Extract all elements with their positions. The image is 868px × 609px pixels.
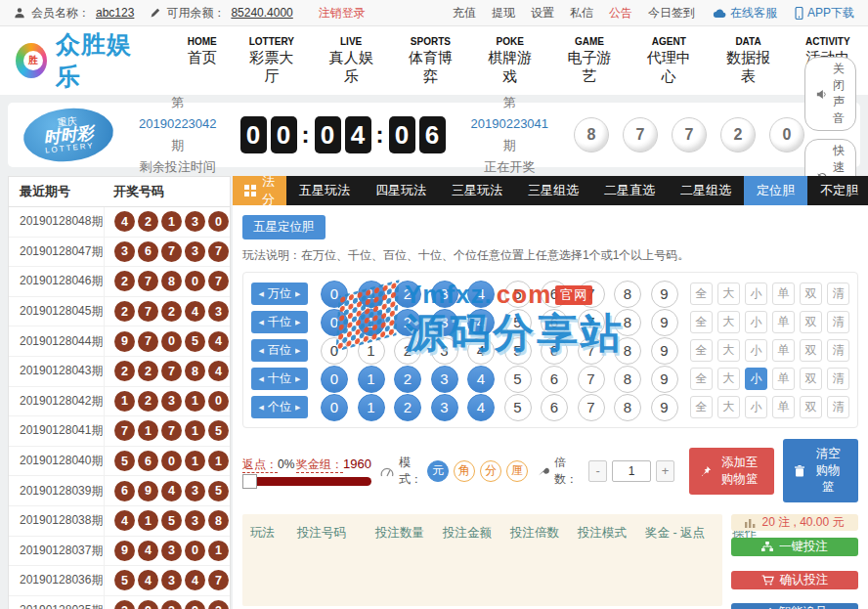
quick-万位-单[interactable]: 单	[772, 283, 795, 305]
tab-三星组选[interactable]: 三星组选	[515, 176, 591, 205]
position-button-万位[interactable]: ◀万位▶	[251, 283, 308, 305]
digit-百位-1[interactable]: 1	[358, 337, 385, 365]
quick-个位-双[interactable]: 双	[800, 396, 822, 418]
quick-百位-双[interactable]: 双	[800, 339, 822, 362]
quick-万位-大[interactable]: 大	[717, 283, 740, 305]
quick-千位-单[interactable]: 单	[772, 311, 795, 333]
clear-basket-button[interactable]: 清空购物篮	[783, 439, 858, 502]
topbar-link-提现[interactable]: 提现	[492, 5, 515, 22]
tab-不定胆[interactable]: 不定胆	[807, 176, 868, 205]
quick-十位-双[interactable]: 双	[800, 368, 822, 390]
position-button-百位[interactable]: ◀百位▶	[251, 339, 308, 362]
quick-十位-全[interactable]: 全	[690, 368, 713, 390]
position-button-千位[interactable]: ◀千位▶	[251, 311, 308, 333]
quick-十位-单[interactable]: 单	[772, 368, 795, 390]
digit-个位-4[interactable]: 4	[467, 394, 495, 421]
digit-百位-4[interactable]: 4	[467, 337, 495, 365]
nav-item-agent[interactable]: AGENT代理中心	[644, 36, 693, 86]
quick-万位-全[interactable]: 全	[690, 283, 713, 305]
digit-万位-7[interactable]: 7	[578, 281, 605, 308]
tab-三星玩法[interactable]: 三星玩法	[439, 176, 515, 205]
digit-千位-9[interactable]: 9	[651, 309, 678, 336]
digit-个位-3[interactable]: 3	[431, 394, 458, 421]
quick-千位-双[interactable]: 双	[800, 311, 822, 333]
site-logo[interactable]: 胜 众胜娱乐	[16, 28, 147, 93]
digit-个位-8[interactable]: 8	[614, 394, 641, 421]
quick-百位-清[interactable]: 清	[827, 339, 849, 362]
quick-十位-小[interactable]: 小	[745, 368, 767, 390]
digit-千位-8[interactable]: 8	[614, 309, 641, 336]
quick-万位-双[interactable]: 双	[800, 283, 822, 305]
tab-五星玩法[interactable]: 五星玩法	[286, 176, 363, 205]
digit-个位-0[interactable]: 0	[321, 394, 348, 421]
digit-万位-4[interactable]: 4	[467, 281, 495, 308]
subtab-five-star[interactable]: 五星定位胆	[242, 215, 326, 239]
logout-link[interactable]: 注销登录	[319, 5, 366, 22]
digit-百位-8[interactable]: 8	[614, 337, 641, 365]
digit-千位-3[interactable]: 3	[431, 309, 458, 336]
digit-万位-5[interactable]: 5	[504, 281, 532, 308]
digit-千位-2[interactable]: 2	[394, 309, 421, 336]
balance-value[interactable]: 85240.4000	[231, 6, 292, 20]
quick-百位-全[interactable]: 全	[690, 339, 713, 362]
quick-万位-清[interactable]: 清	[827, 283, 849, 305]
position-button-十位[interactable]: ◀十位▶	[251, 368, 308, 390]
digit-十位-0[interactable]: 0	[321, 366, 348, 393]
mode-厘[interactable]: 厘	[506, 460, 528, 482]
quick-万位-小[interactable]: 小	[745, 283, 767, 305]
digit-十位-1[interactable]: 1	[358, 366, 385, 393]
quick-百位-大[interactable]: 大	[717, 339, 740, 362]
digit-千位-7[interactable]: 7	[578, 309, 605, 336]
tab-四星玩法[interactable]: 四星玩法	[363, 176, 439, 205]
digit-万位-2[interactable]: 2	[394, 281, 421, 308]
quick-百位-小[interactable]: 小	[745, 339, 767, 362]
service-link[interactable]: 在线客服	[713, 5, 777, 22]
quick-个位-清[interactable]: 清	[827, 396, 849, 418]
digit-个位-6[interactable]: 6	[541, 394, 568, 421]
digit-百位-9[interactable]: 9	[651, 337, 678, 365]
digit-十位-8[interactable]: 8	[614, 366, 641, 393]
digit-千位-0[interactable]: 0	[321, 309, 348, 336]
digit-万位-9[interactable]: 9	[651, 281, 678, 308]
digit-个位-9[interactable]: 9	[651, 394, 678, 421]
digit-千位-1[interactable]: 1	[358, 309, 385, 336]
mode-元[interactable]: 元	[427, 460, 449, 482]
tab-二星组选[interactable]: 二星组选	[668, 176, 744, 205]
digit-万位-6[interactable]: 6	[541, 281, 568, 308]
tab-定位胆[interactable]: 定位胆	[744, 176, 807, 205]
confirm-bet-button[interactable]: 确认投注	[731, 571, 858, 589]
digit-万位-1[interactable]: 1	[358, 281, 385, 308]
digit-十位-3[interactable]: 3	[431, 366, 458, 393]
add-to-basket-button[interactable]: 添加至购物篮	[689, 448, 774, 495]
rebate-slider-handle[interactable]	[242, 474, 257, 489]
digit-十位-6[interactable]: 6	[541, 366, 568, 393]
digit-千位-4[interactable]: 4	[467, 309, 495, 336]
member-name[interactable]: abc123	[96, 6, 134, 20]
digit-万位-8[interactable]: 8	[614, 281, 641, 308]
quick-十位-清[interactable]: 清	[827, 368, 849, 390]
digit-百位-0[interactable]: 0	[321, 337, 348, 365]
rebate-slider[interactable]	[242, 477, 371, 486]
smart-trace-button[interactable]: 智能追号	[731, 603, 858, 609]
digit-个位-1[interactable]: 1	[358, 394, 385, 421]
nav-item-poke[interactable]: POKE棋牌游戏	[486, 36, 535, 86]
quick-个位-全[interactable]: 全	[690, 396, 713, 418]
digit-个位-2[interactable]: 2	[394, 394, 421, 421]
digit-十位-4[interactable]: 4	[467, 366, 495, 393]
digit-百位-6[interactable]: 6	[541, 337, 568, 365]
quick-个位-单[interactable]: 单	[772, 396, 795, 418]
quick-个位-大[interactable]: 大	[717, 396, 740, 418]
digit-十位-7[interactable]: 7	[578, 366, 605, 393]
quick-bet-button[interactable]: 一键投注	[731, 538, 858, 556]
digit-千位-6[interactable]: 6	[541, 309, 568, 336]
topbar-link-公告[interactable]: 公告	[609, 5, 632, 22]
topbar-link-设置[interactable]: 设置	[531, 5, 554, 22]
quick-千位-全[interactable]: 全	[690, 311, 713, 333]
nav-item-data[interactable]: DATA数据报表	[723, 36, 772, 86]
quick-千位-清[interactable]: 清	[827, 311, 849, 333]
nav-item-game[interactable]: GAME电子游艺	[565, 36, 614, 86]
quick-个位-小[interactable]: 小	[745, 396, 767, 418]
position-button-个位[interactable]: ◀个位▶	[251, 396, 308, 418]
digit-十位-2[interactable]: 2	[394, 366, 421, 393]
nav-item-lottery[interactable]: LOTTERY彩票大厅	[247, 36, 296, 86]
